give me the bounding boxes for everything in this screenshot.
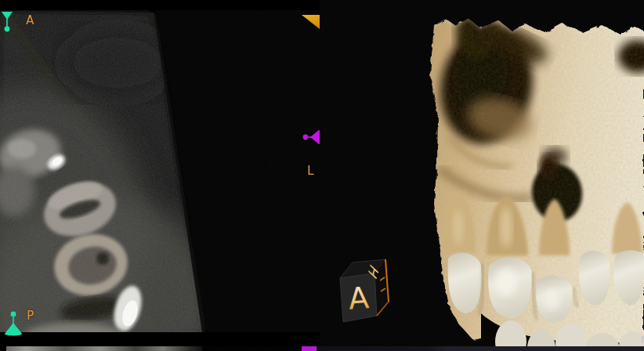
ct-slice-image[interactable] — [0, 0, 320, 351]
orientation-label-left: L — [307, 165, 313, 177]
orientation-cube[interactable]: H A — [333, 257, 394, 327]
orientation-label-posterior: P — [27, 310, 34, 322]
panel-corner-marker-icon[interactable] — [302, 14, 320, 30]
slice-position-pin-top-icon[interactable] — [1, 11, 15, 33]
bottom-strip-right — [317, 346, 644, 351]
slice-position-pin-bottom-icon[interactable] — [3, 309, 25, 336]
slice-view-panel: A P L — [0, 0, 320, 351]
dental-imaging-viewer: A P L — [0, 0, 644, 351]
status-text: Mode d'intégration: AVG. Épaisseur des c… — [641, 335, 644, 344]
orientation-label-anterior: A — [26, 15, 34, 27]
volume-view-panel: H A Mode d'intégration: AVG. Épaisseur d… — [320, 0, 644, 351]
cube-front-letter: A — [347, 280, 370, 317]
bottom-preview-strip — [6, 346, 202, 351]
bottom-scroll-thumb[interactable] — [302, 346, 317, 351]
status-bar: Mode d'intégration: AVG. Épaisseur des c… — [641, 335, 644, 344]
slice-position-pin-right-icon[interactable] — [302, 128, 320, 146]
